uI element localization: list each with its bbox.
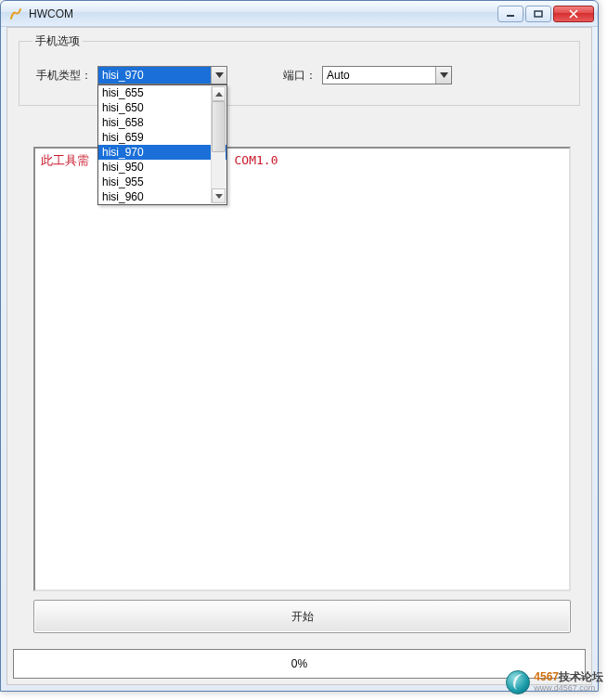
scroll-track[interactable]	[212, 101, 226, 188]
dropdown-item[interactable]: hisi_655	[98, 85, 226, 100]
scroll-up-icon[interactable]	[212, 86, 226, 101]
minimize-button[interactable]	[497, 6, 523, 22]
phone-options-legend: 手机选项	[32, 33, 83, 49]
maximize-button[interactable]	[525, 6, 551, 22]
svg-rect-1	[535, 11, 542, 17]
dropdown-item[interactable]: hisi_659	[98, 130, 226, 145]
phone-type-value: hisi_970	[98, 67, 211, 84]
window-title: HWCOM	[29, 7, 73, 20]
scroll-down-icon[interactable]	[212, 188, 226, 203]
chevron-down-icon[interactable]	[435, 67, 451, 84]
phone-type-dropdown[interactable]: hisi_655hisi_650hisi_658hisi_659hisi_970…	[97, 84, 227, 205]
svg-rect-0	[507, 15, 514, 17]
app-window: HWCOM 手机选项 手机类型： hisi_970	[0, 0, 599, 692]
watermark-logo-icon	[506, 670, 530, 694]
client-area: 手机选项 手机类型： hisi_970 hisi_655hisi_650hisi…	[6, 27, 592, 685]
phone-type-combo[interactable]: hisi_970 hisi_655hisi_650hisi_658hisi_65…	[97, 66, 227, 84]
chevron-down-icon[interactable]	[211, 67, 226, 84]
phone-type-label: 手机类型：	[32, 68, 92, 84]
progress-bar: 0%	[13, 649, 586, 679]
phone-options-group: 手机选项 手机类型： hisi_970 hisi_655hisi_650hisi…	[19, 33, 580, 106]
close-button[interactable]	[553, 6, 594, 22]
start-button[interactable]: 开始	[33, 600, 571, 633]
scroll-thumb[interactable]	[212, 101, 226, 152]
watermark-brand: 4567技术论坛	[534, 671, 603, 683]
app-icon	[8, 6, 23, 21]
progress-text: 0%	[291, 657, 307, 670]
dropdown-item[interactable]: hisi_650	[98, 100, 226, 115]
log-panel: 此工具需 COM1.0	[33, 147, 571, 591]
titlebar[interactable]: HWCOM	[1, 1, 598, 27]
dropdown-item[interactable]: hisi_970	[98, 145, 226, 160]
port-combo[interactable]: Auto	[322, 66, 452, 84]
dropdown-item[interactable]: hisi_955	[98, 175, 226, 189]
port-value: Auto	[323, 67, 435, 84]
watermark-url: www.d4567.com	[534, 684, 603, 694]
dropdown-scrollbar[interactable]	[211, 86, 226, 203]
watermark: 4567技术论坛 www.d4567.com	[506, 670, 603, 694]
dropdown-item[interactable]: hisi_658	[98, 115, 226, 130]
port-label: 端口：	[279, 68, 316, 84]
dropdown-item[interactable]: hisi_960	[98, 189, 226, 204]
dropdown-item[interactable]: hisi_950	[98, 160, 226, 175]
